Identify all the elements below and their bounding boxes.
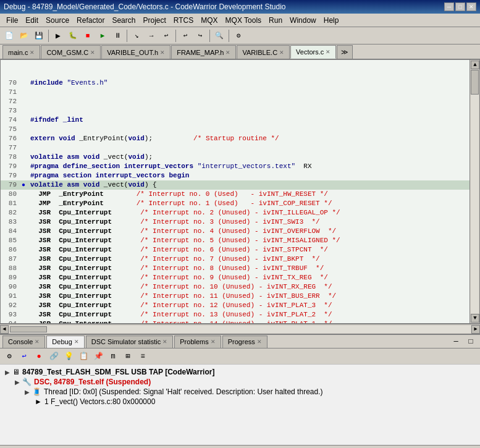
panel-tab-dsc-simulator-statistic[interactable]: DSC Simulator statistic ✕ [86, 336, 173, 348]
breakpoint-gutter[interactable]: · [19, 282, 28, 292]
panel-toolbar-btn10[interactable]: ≡ [136, 350, 149, 363]
tree-expand-arrow[interactable]: ▶ [25, 389, 30, 395]
menu-item-run[interactable]: Run [265, 15, 286, 26]
tab-COM_GSM-C[interactable]: COM_GSM.C✕ [41, 45, 101, 59]
tab-close-COM_GSM.C[interactable]: ✕ [90, 49, 95, 56]
breakpoint-gutter[interactable]: · [19, 208, 28, 218]
tab-Vectors-c[interactable]: Vectors.c✕ [290, 45, 336, 59]
panel-tab-console[interactable]: Console ✕ [2, 336, 45, 348]
build-btn[interactable]: ▶ [51, 29, 65, 43]
resume-btn[interactable]: ▶ [96, 29, 109, 43]
save-btn[interactable]: 💾 [32, 29, 46, 43]
panel-toolbar-btn3[interactable]: ● [32, 350, 46, 363]
search-btn[interactable]: 🔍 [213, 29, 226, 43]
tab-close-Vectors.c[interactable]: ✕ [326, 49, 331, 55]
breakpoint-gutter[interactable]: · [19, 97, 28, 106]
breakpoint-gutter[interactable]: · [19, 153, 28, 162]
tab-close-VARIBLE.C[interactable]: ✕ [279, 49, 284, 56]
breakpoint-gutter[interactable]: · [19, 116, 28, 125]
panel-toolbar-btn1[interactable]: ⚙ [2, 350, 16, 363]
tab-close-main.c[interactable]: ✕ [30, 49, 35, 56]
breakpoint-gutter[interactable]: · [19, 255, 28, 264]
scrollbar-down-btn[interactable]: ▼ [471, 314, 479, 323]
undo-btn[interactable]: ↩ [179, 29, 192, 43]
breakpoint-gutter[interactable]: · [19, 319, 28, 323]
breakpoint-gutter[interactable]: · [19, 236, 28, 245]
tree-expand-arrow[interactable]: ▶ [5, 369, 10, 376]
step-return-btn[interactable]: ↩ [159, 29, 173, 43]
panel-tab-close-DSC Simulator statistic[interactable]: ✕ [162, 339, 167, 345]
breakpoint-gutter[interactable]: · [19, 273, 28, 282]
debug-btn[interactable]: 🐛 [66, 29, 80, 43]
overflow-tab[interactable]: ≫ [337, 45, 353, 59]
close-button[interactable]: ✕ [466, 2, 476, 11]
panel-toolbar-btn6[interactable]: 📋 [77, 350, 90, 363]
debug-tree-item[interactable]: ▶🧵Thread [ID: 0x0] (Suspended: Signal 'H… [5, 387, 475, 397]
menu-item-refactor[interactable]: Refactor [73, 15, 108, 26]
tab-VARIBLE-C[interactable]: VARIBLE.C✕ [237, 45, 290, 59]
tab-close-FRAME_MAP.h[interactable]: ✕ [225, 49, 230, 56]
debug-tree-item[interactable]: ▶🖥84789_Test_FLASH_SDM_FSL USB TAP [Code… [5, 367, 475, 377]
panel-toolbar-btn7[interactable]: 📌 [91, 350, 105, 363]
menu-item-source[interactable]: Source [42, 15, 73, 26]
panel-minimize-btn[interactable]: ─ [449, 336, 463, 348]
breakpoint-gutter[interactable]: ● [19, 180, 28, 190]
debug-tree-item[interactable]: ▶🔧DSC, 84789_Test.elf (Suspended) [5, 377, 475, 387]
tab-main-c[interactable]: main.c✕ [2, 45, 40, 59]
breakpoint-gutter[interactable]: · [19, 78, 28, 88]
breakpoint-gutter[interactable]: · [19, 310, 28, 319]
breakpoint-gutter[interactable]: · [19, 292, 28, 301]
breakpoint-gutter[interactable]: · [19, 125, 28, 134]
panel-toolbar-btn8[interactable]: m [106, 350, 120, 363]
breakpoint-gutter[interactable]: · [19, 245, 28, 255]
panel-toolbar-btn5[interactable]: 💡 [62, 350, 75, 363]
panel-maximize-btn[interactable]: □ [464, 336, 478, 348]
breakpoint-gutter[interactable]: · [19, 190, 28, 199]
breakpoint-gutter[interactable]: · [19, 134, 28, 143]
hscroll-left-btn[interactable]: ◄ [0, 325, 9, 334]
step-over-btn[interactable]: → [145, 29, 158, 43]
panel-tab-close-Console[interactable]: ✕ [35, 339, 40, 345]
menu-item-rtcs[interactable]: RTCS [170, 15, 197, 26]
breakpoint-gutter[interactable]: · [19, 171, 28, 180]
menu-item-edit[interactable]: Edit [22, 15, 42, 26]
panel-toolbar-btn9[interactable]: ⊞ [121, 350, 135, 363]
menu-item-file[interactable]: File [2, 15, 22, 26]
menu-item-search[interactable]: Search [108, 15, 139, 26]
minimize-button[interactable]: ─ [444, 2, 454, 11]
tab-close-VARIBLE_OUT.h[interactable]: ✕ [160, 49, 165, 56]
panel-tab-close-Debug[interactable]: ✕ [74, 339, 79, 345]
breakpoint-gutter[interactable]: · [19, 301, 28, 310]
breakpoint-gutter[interactable]: · [19, 88, 28, 97]
breakpoint-gutter[interactable]: · [19, 106, 28, 116]
panel-toolbar-btn2[interactable]: ↩ [17, 350, 31, 363]
panel-tab-close-Progress[interactable]: ✕ [257, 339, 262, 345]
panel-tab-close-Problems[interactable]: ✕ [211, 339, 216, 345]
breakpoint-gutter[interactable]: · [19, 264, 28, 273]
panel-tab-problems[interactable]: Problems ✕ [174, 336, 221, 348]
settings-btn[interactable]: ⚙ [232, 29, 245, 43]
scrollbar-up-btn[interactable]: ▲ [471, 61, 479, 69]
step-into-btn[interactable]: ↘ [130, 29, 143, 43]
menu-item-help[interactable]: Help [320, 15, 343, 26]
panel-tab-progress[interactable]: Progress ✕ [222, 336, 267, 348]
maximize-button[interactable]: □ [455, 2, 465, 11]
window-controls[interactable]: ─ □ ✕ [444, 2, 476, 11]
scrollbar-thumb[interactable] [471, 70, 479, 95]
tab-VARIBLE_OUT-h[interactable]: VARIBLE_OUT.h✕ [101, 45, 171, 59]
breakpoint-gutter[interactable]: · [19, 162, 28, 171]
menu-item-mqx[interactable]: MQX [197, 15, 221, 26]
hscroll-thumb[interactable] [10, 326, 47, 332]
new-file-btn[interactable]: 📄 [2, 29, 16, 43]
breakpoint-gutter[interactable]: · [19, 199, 28, 208]
tree-expand-arrow[interactable]: ▶ [15, 379, 20, 386]
menu-item-mqx tools[interactable]: MQX Tools [222, 15, 265, 26]
open-btn[interactable]: 📂 [17, 29, 31, 43]
panel-toolbar-btn4[interactable]: 🔗 [47, 350, 61, 363]
breakpoint-gutter[interactable]: · [19, 227, 28, 236]
breakpoint-gutter[interactable]: · [19, 218, 28, 227]
breakpoint-gutter[interactable]: · [19, 143, 28, 153]
redo-btn[interactable]: ↪ [193, 29, 207, 43]
debug-tree-item[interactable]: ►1 F_vect() Vectors.c:80 0x000000 [5, 397, 475, 407]
hscroll-right-btn[interactable]: ► [471, 325, 480, 334]
